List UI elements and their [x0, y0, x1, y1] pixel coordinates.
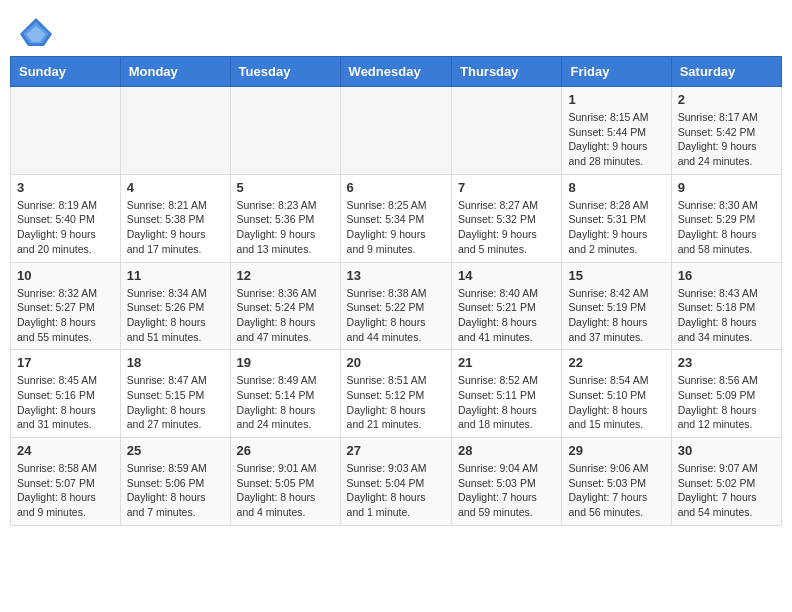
day-number: 16 [678, 268, 775, 283]
calendar-cell: 1Sunrise: 8:15 AM Sunset: 5:44 PM Daylig… [562, 87, 671, 175]
day-info: Sunrise: 9:03 AM Sunset: 5:04 PM Dayligh… [347, 461, 445, 520]
day-number: 4 [127, 180, 224, 195]
day-number: 28 [458, 443, 555, 458]
day-number: 30 [678, 443, 775, 458]
calendar-wrap: SundayMondayTuesdayWednesdayThursdayFrid… [0, 56, 792, 536]
day-info: Sunrise: 8:42 AM Sunset: 5:19 PM Dayligh… [568, 286, 664, 345]
day-info: Sunrise: 8:38 AM Sunset: 5:22 PM Dayligh… [347, 286, 445, 345]
calendar-header: SundayMondayTuesdayWednesdayThursdayFrid… [11, 57, 782, 87]
calendar-cell: 17Sunrise: 8:45 AM Sunset: 5:16 PM Dayli… [11, 350, 121, 438]
day-info: Sunrise: 8:30 AM Sunset: 5:29 PM Dayligh… [678, 198, 775, 257]
calendar-cell: 6Sunrise: 8:25 AM Sunset: 5:34 PM Daylig… [340, 174, 451, 262]
weekday-header: Friday [562, 57, 671, 87]
calendar-cell: 23Sunrise: 8:56 AM Sunset: 5:09 PM Dayli… [671, 350, 781, 438]
day-number: 10 [17, 268, 114, 283]
day-number: 5 [237, 180, 334, 195]
day-number: 26 [237, 443, 334, 458]
day-number: 11 [127, 268, 224, 283]
day-info: Sunrise: 8:23 AM Sunset: 5:36 PM Dayligh… [237, 198, 334, 257]
page-header [0, 0, 792, 56]
calendar-cell [230, 87, 340, 175]
weekday-header: Wednesday [340, 57, 451, 87]
calendar-cell [120, 87, 230, 175]
weekday-header: Saturday [671, 57, 781, 87]
calendar-cell: 11Sunrise: 8:34 AM Sunset: 5:26 PM Dayli… [120, 262, 230, 350]
calendar-week-row: 10Sunrise: 8:32 AM Sunset: 5:27 PM Dayli… [11, 262, 782, 350]
weekday-header: Monday [120, 57, 230, 87]
calendar-cell: 24Sunrise: 8:58 AM Sunset: 5:07 PM Dayli… [11, 438, 121, 526]
day-info: Sunrise: 8:17 AM Sunset: 5:42 PM Dayligh… [678, 110, 775, 169]
day-number: 3 [17, 180, 114, 195]
calendar-cell [452, 87, 562, 175]
weekday-header: Thursday [452, 57, 562, 87]
calendar-cell: 13Sunrise: 8:38 AM Sunset: 5:22 PM Dayli… [340, 262, 451, 350]
day-info: Sunrise: 8:51 AM Sunset: 5:12 PM Dayligh… [347, 373, 445, 432]
day-info: Sunrise: 8:56 AM Sunset: 5:09 PM Dayligh… [678, 373, 775, 432]
calendar-cell: 7Sunrise: 8:27 AM Sunset: 5:32 PM Daylig… [452, 174, 562, 262]
calendar-cell: 18Sunrise: 8:47 AM Sunset: 5:15 PM Dayli… [120, 350, 230, 438]
day-number: 20 [347, 355, 445, 370]
calendar-cell [11, 87, 121, 175]
calendar-cell: 14Sunrise: 8:40 AM Sunset: 5:21 PM Dayli… [452, 262, 562, 350]
day-info: Sunrise: 9:04 AM Sunset: 5:03 PM Dayligh… [458, 461, 555, 520]
calendar-cell [340, 87, 451, 175]
day-number: 27 [347, 443, 445, 458]
calendar-cell: 3Sunrise: 8:19 AM Sunset: 5:40 PM Daylig… [11, 174, 121, 262]
calendar-cell: 10Sunrise: 8:32 AM Sunset: 5:27 PM Dayli… [11, 262, 121, 350]
calendar-cell: 12Sunrise: 8:36 AM Sunset: 5:24 PM Dayli… [230, 262, 340, 350]
calendar-cell: 30Sunrise: 9:07 AM Sunset: 5:02 PM Dayli… [671, 438, 781, 526]
day-number: 25 [127, 443, 224, 458]
day-info: Sunrise: 9:07 AM Sunset: 5:02 PM Dayligh… [678, 461, 775, 520]
calendar-cell: 5Sunrise: 8:23 AM Sunset: 5:36 PM Daylig… [230, 174, 340, 262]
day-number: 13 [347, 268, 445, 283]
day-number: 24 [17, 443, 114, 458]
day-number: 9 [678, 180, 775, 195]
day-info: Sunrise: 8:47 AM Sunset: 5:15 PM Dayligh… [127, 373, 224, 432]
day-number: 21 [458, 355, 555, 370]
day-number: 8 [568, 180, 664, 195]
day-info: Sunrise: 8:19 AM Sunset: 5:40 PM Dayligh… [17, 198, 114, 257]
day-number: 12 [237, 268, 334, 283]
calendar-week-row: 3Sunrise: 8:19 AM Sunset: 5:40 PM Daylig… [11, 174, 782, 262]
day-number: 17 [17, 355, 114, 370]
calendar-week-row: 24Sunrise: 8:58 AM Sunset: 5:07 PM Dayli… [11, 438, 782, 526]
day-info: Sunrise: 8:21 AM Sunset: 5:38 PM Dayligh… [127, 198, 224, 257]
calendar-cell: 29Sunrise: 9:06 AM Sunset: 5:03 PM Dayli… [562, 438, 671, 526]
day-number: 19 [237, 355, 334, 370]
day-number: 6 [347, 180, 445, 195]
day-number: 23 [678, 355, 775, 370]
day-info: Sunrise: 9:01 AM Sunset: 5:05 PM Dayligh… [237, 461, 334, 520]
calendar-cell: 19Sunrise: 8:49 AM Sunset: 5:14 PM Dayli… [230, 350, 340, 438]
calendar-cell: 2Sunrise: 8:17 AM Sunset: 5:42 PM Daylig… [671, 87, 781, 175]
day-info: Sunrise: 8:15 AM Sunset: 5:44 PM Dayligh… [568, 110, 664, 169]
day-info: Sunrise: 8:40 AM Sunset: 5:21 PM Dayligh… [458, 286, 555, 345]
day-number: 22 [568, 355, 664, 370]
weekday-header: Tuesday [230, 57, 340, 87]
day-number: 29 [568, 443, 664, 458]
calendar-cell: 4Sunrise: 8:21 AM Sunset: 5:38 PM Daylig… [120, 174, 230, 262]
day-number: 14 [458, 268, 555, 283]
calendar-table: SundayMondayTuesdayWednesdayThursdayFrid… [10, 56, 782, 526]
calendar-week-row: 1Sunrise: 8:15 AM Sunset: 5:44 PM Daylig… [11, 87, 782, 175]
day-info: Sunrise: 8:59 AM Sunset: 5:06 PM Dayligh… [127, 461, 224, 520]
calendar-cell: 25Sunrise: 8:59 AM Sunset: 5:06 PM Dayli… [120, 438, 230, 526]
day-info: Sunrise: 8:25 AM Sunset: 5:34 PM Dayligh… [347, 198, 445, 257]
calendar-week-row: 17Sunrise: 8:45 AM Sunset: 5:16 PM Dayli… [11, 350, 782, 438]
calendar-cell: 20Sunrise: 8:51 AM Sunset: 5:12 PM Dayli… [340, 350, 451, 438]
day-number: 2 [678, 92, 775, 107]
day-info: Sunrise: 8:28 AM Sunset: 5:31 PM Dayligh… [568, 198, 664, 257]
day-info: Sunrise: 8:34 AM Sunset: 5:26 PM Dayligh… [127, 286, 224, 345]
calendar-body: 1Sunrise: 8:15 AM Sunset: 5:44 PM Daylig… [11, 87, 782, 526]
weekday-header: Sunday [11, 57, 121, 87]
logo [20, 18, 54, 46]
day-info: Sunrise: 8:36 AM Sunset: 5:24 PM Dayligh… [237, 286, 334, 345]
day-info: Sunrise: 8:45 AM Sunset: 5:16 PM Dayligh… [17, 373, 114, 432]
day-number: 7 [458, 180, 555, 195]
day-info: Sunrise: 8:27 AM Sunset: 5:32 PM Dayligh… [458, 198, 555, 257]
calendar-cell: 21Sunrise: 8:52 AM Sunset: 5:11 PM Dayli… [452, 350, 562, 438]
calendar-cell: 27Sunrise: 9:03 AM Sunset: 5:04 PM Dayli… [340, 438, 451, 526]
calendar-cell: 26Sunrise: 9:01 AM Sunset: 5:05 PM Dayli… [230, 438, 340, 526]
calendar-cell: 22Sunrise: 8:54 AM Sunset: 5:10 PM Dayli… [562, 350, 671, 438]
day-info: Sunrise: 8:52 AM Sunset: 5:11 PM Dayligh… [458, 373, 555, 432]
day-number: 15 [568, 268, 664, 283]
